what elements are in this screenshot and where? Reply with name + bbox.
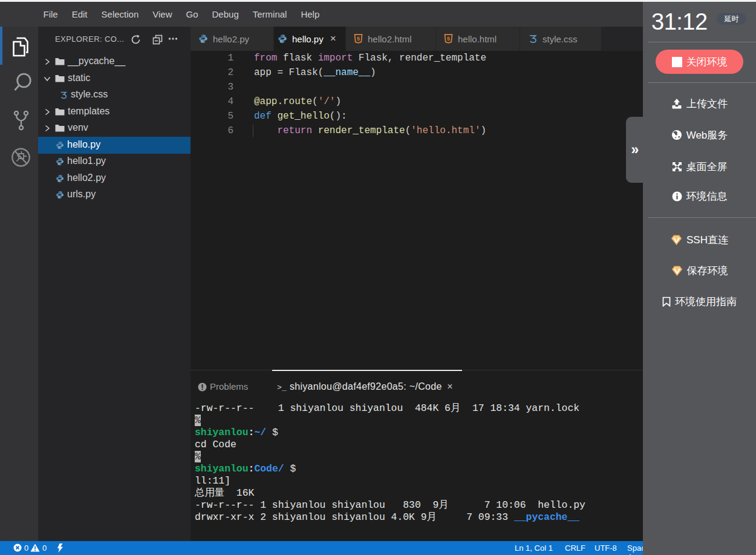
svg-text:5: 5 xyxy=(357,36,360,42)
svg-text:5: 5 xyxy=(447,36,450,42)
